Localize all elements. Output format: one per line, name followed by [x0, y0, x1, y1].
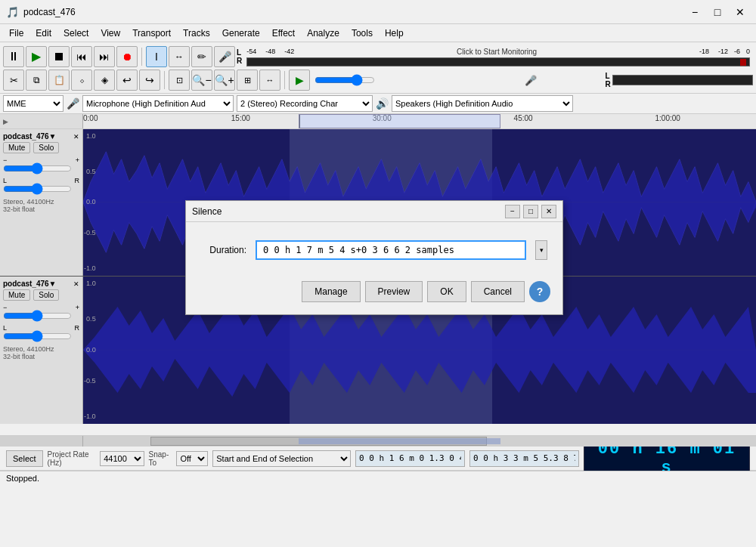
playback-rate-slider[interactable] [314, 76, 375, 85]
preview-button[interactable]: Preview [365, 281, 423, 302]
duration-row: Duration: ▾ [201, 240, 547, 260]
silence-tool[interactable]: ◈ [94, 70, 115, 91]
ruler-0: 0:00 [83, 114, 98, 122]
track-2-solo[interactable]: Solo [33, 289, 59, 301]
cut-tool[interactable]: ✂ [3, 70, 24, 91]
stop-button[interactable]: ⏹ [48, 46, 70, 67]
mic-icon: 🎤 [214, 46, 235, 67]
menu-edit[interactable]: Edit [29, 26, 57, 40]
track-2-info: Stereo, 44100Hz 32-bit float [3, 345, 79, 360]
track-1-solo[interactable]: Solo [33, 142, 59, 153]
h-scrollbar[interactable] [0, 435, 756, 446]
zoom-out-button[interactable]: 🔍− [191, 70, 212, 91]
pause-button[interactable]: ⏸ [3, 46, 24, 67]
scrollbar-left-spacer [0, 436, 83, 447]
track-1-bitdepth: 32-bit float [3, 206, 79, 213]
help-button[interactable]: ? [529, 281, 550, 302]
skip-fwd-button[interactable]: ⏭ [94, 46, 115, 67]
copy-tool[interactable]: ⧉ [26, 70, 47, 91]
svg-text:0.0: 0.0 [86, 346, 96, 354]
track-1-header: podcast_476▼ ✕ [3, 132, 79, 141]
dialog-close-button[interactable]: ✕ [541, 205, 556, 218]
ruler-selection [299, 114, 500, 128]
menu-tools[interactable]: Tools [345, 26, 379, 40]
selection-tool[interactable]: ↔ [169, 46, 190, 67]
time-ruler: 0:00 15:00 30:00 45:00 1:00:00 [83, 114, 756, 128]
track-1-close[interactable]: ✕ [73, 133, 79, 141]
transport-toolbar: ⏸ ▶ ⏹ ⏮ ⏭ ⏺ I ↔ ✏ 🎤 LR -54 -48 -42 Click… [3, 45, 753, 68]
trim-tool[interactable]: ⬦ [71, 70, 92, 91]
ok-button[interactable]: OK [427, 281, 466, 302]
menu-file[interactable]: File [3, 26, 29, 40]
vu-bar-top [246, 57, 750, 66]
track-1-gain-slider[interactable] [3, 165, 72, 172]
snap-to-select[interactable]: Off [176, 451, 208, 466]
record-button[interactable]: ⏺ [116, 46, 138, 67]
menu-generate[interactable]: Generate [216, 26, 266, 40]
menu-tracks[interactable]: Tracks [177, 26, 216, 40]
track-2-stereo: Stereo, 44100Hz [3, 345, 79, 353]
close-button[interactable]: ✕ [730, 2, 750, 22]
channel-select[interactable]: 2 (Stereo) Recording Char [237, 95, 373, 112]
menu-view[interactable]: View [94, 26, 126, 40]
snap-to-label: Snap-To [149, 450, 172, 467]
paste-tool[interactable]: 📋 [48, 70, 70, 91]
host-select[interactable]: MME [3, 95, 64, 112]
ruler-60: 1:00:00 [655, 114, 680, 122]
project-rate-select[interactable]: 44100 [100, 451, 144, 466]
minimize-button[interactable]: − [685, 2, 705, 22]
track-1-pan-slider[interactable] [3, 185, 72, 193]
sel-start-input[interactable] [355, 450, 465, 467]
menu-transport[interactable]: Transport [126, 26, 177, 40]
vu-label-neg42: -42 [284, 48, 294, 55]
menu-analyze[interactable]: Analyze [301, 26, 345, 40]
pencil-tool[interactable]: ✏ [191, 46, 212, 67]
zoom-sel-button[interactable]: ⊞ [237, 70, 258, 91]
click-monitor-label[interactable]: Click to Start Monitoring [296, 46, 698, 57]
cancel-button[interactable]: Cancel [471, 281, 525, 302]
vu-label-neg54: -54 [246, 48, 256, 55]
track-2-mute[interactable]: Mute [3, 289, 30, 301]
svg-text:1.0: 1.0 [86, 280, 96, 287]
svg-text:-0.5: -0.5 [84, 377, 96, 385]
sel-end-input[interactable] [469, 450, 579, 467]
maximize-button[interactable]: □ [708, 2, 727, 22]
dialog-minimize-button[interactable]: − [505, 205, 520, 218]
track-2-name[interactable]: podcast_476▼ [3, 280, 56, 288]
track-2-pan-slider[interactable] [3, 332, 72, 340]
track-1-mute-solo: Mute Solo [3, 142, 79, 153]
status-text: Stopped. [6, 474, 39, 483]
track-1-mute[interactable]: Mute [3, 142, 30, 153]
vu-label-neg48: -48 [265, 48, 275, 55]
menu-select[interactable]: Select [57, 26, 94, 40]
mic-select[interactable]: Microphone (High Definition Aud [82, 95, 234, 112]
track-1-name[interactable]: podcast_476▼ [3, 132, 56, 141]
dialog-maximize-button[interactable]: □ [523, 205, 538, 218]
vu-meter-bottom[interactable]: 🎤 [458, 73, 603, 88]
speaker-select[interactable]: Speakers (High Definition Audio [392, 95, 573, 112]
undo-button[interactable]: ↩ [116, 70, 138, 91]
track-2-close[interactable]: ✕ [73, 280, 79, 288]
ibeam-tool[interactable]: I [146, 46, 167, 67]
zoom-reset-button[interactable]: ↔ [259, 70, 280, 91]
dialog-titlebar: Silence − □ ✕ [186, 201, 562, 222]
menu-help[interactable]: Help [379, 26, 410, 40]
zoom-in-button[interactable]: 🔍+ [214, 70, 235, 91]
menu-effect[interactable]: Effect [266, 26, 301, 40]
play-green-button[interactable]: ▶ [289, 70, 310, 91]
play-button[interactable]: ▶ [26, 46, 47, 67]
duration-input[interactable] [256, 240, 526, 260]
select-button[interactable]: Select [6, 450, 43, 467]
track-2-gain-slider[interactable] [3, 312, 72, 320]
manage-button[interactable]: Manage [302, 281, 360, 302]
duration-dropdown-btn[interactable]: ▾ [535, 240, 547, 260]
redo-button[interactable]: ↪ [139, 70, 160, 91]
skip-back-button[interactable]: ⏮ [71, 46, 92, 67]
vu-meter-top[interactable]: -54 -48 -42 Click to Start Monitoring -1… [243, 45, 753, 68]
zoom-fit-button[interactable]: ⊡ [169, 70, 190, 91]
selection-mode-select[interactable]: Start and End of Selection [212, 450, 351, 467]
scrollbar-track[interactable] [83, 436, 756, 447]
playback-rate-row [311, 76, 457, 85]
toolbar-sep-3 [284, 71, 285, 89]
ruler-15: 15:00 [231, 114, 250, 122]
